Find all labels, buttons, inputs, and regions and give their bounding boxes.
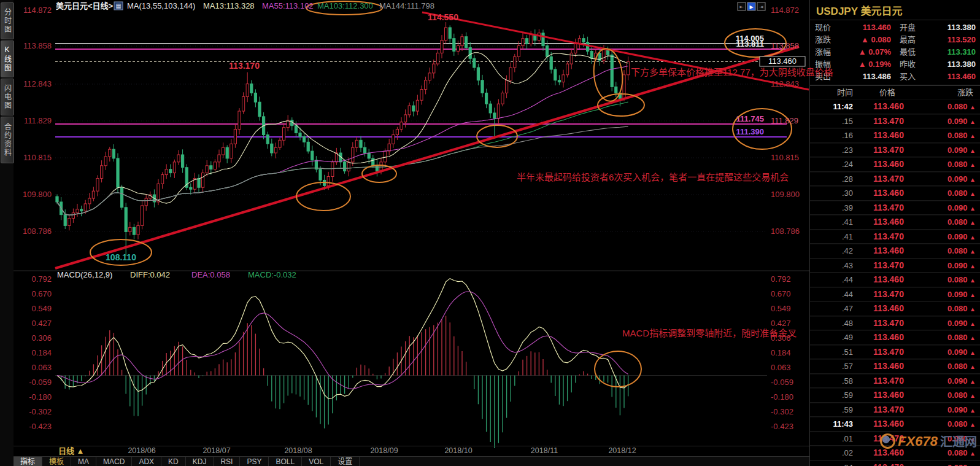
red-annotation-1: 下方多单保本价格推至112.77，为大阴线收盘价格 [631, 65, 833, 78]
trading-app: 114.005113.811111.745111.390MACD(26,12,9… [0, 0, 980, 466]
toolbar-item-BOLL[interactable]: BOLL [269, 457, 302, 466]
svg-text:-0.302: -0.302 [771, 407, 793, 416]
tick-row: .59113.4700.090 ▲ [810, 403, 980, 417]
toolbar-item-VOL[interactable]: VOL [302, 457, 331, 466]
svg-text:113.858: 113.858 [23, 41, 52, 50]
toolbar-item-MACD[interactable]: MACD [96, 457, 132, 466]
svg-text:⇥: ⇥ [759, 4, 763, 10]
svg-text:美元日元<日线>: 美元日元<日线> [56, 1, 114, 10]
quote-stat-row: 振幅▲ 0.19%昨收113.380 [810, 58, 980, 71]
support-resistance-lines: 114.005113.811111.745111.390 [55, 34, 787, 137]
svg-text:-0.423: -0.423 [29, 422, 52, 431]
svg-text:MA55:113.102: MA55:113.102 [262, 1, 314, 10]
tick-row: .24113.4600.080 ▲ [810, 157, 980, 172]
svg-text:113.858: 113.858 [771, 41, 799, 50]
ticks-col-price: 价格 [853, 86, 922, 99]
svg-text:▶: ▶ [749, 4, 754, 10]
quote-panel: USDJPY 美元日元 现价113.460开盘113.380涨跌▲ 0.080最… [809, 0, 980, 466]
tick-row: .15113.4700.090 ▲ [810, 114, 980, 129]
toolbar-item-模板[interactable]: 模板 [42, 457, 71, 466]
svg-text:108.110: 108.110 [106, 252, 136, 262]
sidebar-tab-1[interactable]: 分时图 [1, 2, 14, 39]
sidebar-tab-2[interactable]: K线图 [1, 41, 14, 77]
sidebar-tab-4[interactable]: 合约资料 [1, 117, 14, 163]
svg-text:0.306: 0.306 [31, 333, 52, 343]
left-sidebar: 分时图K线图闪电图合约资料 [0, 0, 14, 466]
toolbar-item-MA[interactable]: MA [71, 457, 96, 466]
tick-row: .16113.4600.080 ▲ [810, 128, 980, 143]
svg-text:114.872: 114.872 [771, 6, 799, 15]
svg-text:114.550: 114.550 [428, 12, 458, 22]
window-controls[interactable]: ⇤▶⇥ [738, 2, 765, 10]
toolbar-item-指标[interactable]: 指标 [14, 457, 42, 466]
svg-text:0.427: 0.427 [31, 319, 52, 328]
svg-text:MACD(26,12,9): MACD(26,12,9) [57, 270, 112, 279]
svg-text:2018/12: 2018/12 [608, 446, 636, 455]
toolbar-item-PSY[interactable]: PSY [240, 457, 269, 466]
tick-row: .58113.4700.090 ▲ [810, 374, 980, 389]
svg-text:0.063: 0.063 [771, 363, 791, 372]
svg-text:112.843: 112.843 [771, 79, 799, 88]
period-selector[interactable]: 日线 ▲ [58, 446, 84, 456]
svg-text:0.063: 0.063 [31, 363, 52, 372]
svg-text:DEA:0.058: DEA:0.058 [191, 270, 230, 279]
tick-row: .39113.4700.090 ▲ [810, 201, 980, 216]
svg-text:2018/10: 2018/10 [444, 446, 472, 455]
tick-row: .47113.4600.080 ▲ [810, 301, 980, 316]
quote-stat-row: 卖出113.486买入113.460 [810, 71, 980, 83]
svg-text:0.792: 0.792 [771, 274, 791, 284]
svg-text:113.170: 113.170 [229, 61, 260, 71]
trendlines [55, 12, 809, 268]
tick-row: .57113.4600.080 ▲ [810, 359, 980, 374]
svg-text:2018/11: 2018/11 [531, 446, 558, 455]
svg-text:-0.302: -0.302 [29, 407, 52, 416]
tick-row: .44113.4600.080 ▲ [810, 273, 980, 287]
svg-text:▦: ▦ [115, 2, 121, 9]
sidebar-tab-3[interactable]: 闪电图 [1, 79, 14, 115]
toolbar-item-ADX[interactable]: ADX [132, 457, 161, 466]
svg-text:⇤: ⇤ [739, 4, 744, 10]
tick-row: .51113.4700.090 ▲ [810, 345, 980, 360]
svg-text:110.815: 110.815 [771, 153, 799, 162]
svg-text:MACD:-0.032: MACD:-0.032 [248, 270, 296, 279]
svg-text:0.670: 0.670 [771, 289, 791, 298]
svg-text:109.800: 109.800 [23, 190, 52, 199]
tick-row: .44113.4700.090 ▲ [810, 287, 980, 302]
ticks-col-change: 涨跌 [922, 86, 977, 99]
symbol-code: USDJPY [816, 6, 858, 17]
watermark-brand: FX678 [898, 433, 938, 449]
quote-stat-row: 涨幅▲ 0.07%最低113.310 [810, 46, 980, 58]
tick-row: .23113.4700.090 ▲ [810, 143, 980, 158]
svg-text:MA103:112.300: MA103:112.300 [317, 1, 373, 10]
watermark: FX678 汇通网 [880, 432, 977, 450]
macd-panel: MACD(26,12,9)DIFF:0.042DEA:0.058MACD:-0.… [14, 270, 809, 448]
svg-text:111.829: 111.829 [24, 116, 52, 125]
tick-row: .42113.4600.080 ▲ [810, 244, 980, 258]
svg-text:MA13:113.328: MA13:113.328 [203, 1, 255, 10]
toolbar-item-设置[interactable]: 设置 [331, 457, 360, 466]
svg-text:0.184: 0.184 [31, 348, 52, 357]
svg-text:-0.059: -0.059 [29, 378, 52, 387]
svg-text:DIFF:0.042: DIFF:0.042 [130, 270, 170, 279]
tick-row: .30113.4600.080 ▲ [810, 186, 980, 201]
svg-text:MA(13,55,103,144): MA(13,55,103,144) [127, 1, 195, 10]
svg-text:0.549: 0.549 [31, 304, 52, 313]
svg-text:-0.423: -0.423 [771, 422, 793, 431]
tick-row: .49113.4600.080 ▲ [810, 330, 980, 345]
toolbar-item-KD[interactable]: KD [161, 457, 186, 466]
symbol-name: 美元日元 [860, 6, 902, 17]
tick-row: .41113.4600.080 ▲ [810, 215, 980, 230]
svg-text:2018/06: 2018/06 [128, 446, 155, 455]
svg-text:108.786: 108.786 [23, 227, 52, 236]
red-annotation-3: MACD指标调整到零轴附近，随时准备金叉 [622, 326, 797, 339]
quote-stat-row: 涨跌▲ 0.080最高113.520 [810, 34, 980, 46]
svg-text:2018/08: 2018/08 [284, 446, 312, 455]
ticks-list[interactable]: 11:42113.4600.080 ▲.15113.4700.090 ▲.161… [810, 99, 980, 466]
svg-text:2018/07: 2018/07 [203, 446, 230, 455]
red-annotation-2: 半年来最起码给投资者6次买入机会，笔者一直在提醒这些交易机会 [517, 170, 789, 183]
svg-text:111.390: 111.390 [736, 127, 764, 136]
toolbar-item-RSI[interactable]: RSI [214, 457, 240, 466]
ticks-col-time: 时间 [814, 86, 853, 99]
toolbar-item-KDJ[interactable]: KDJ [186, 457, 214, 466]
tick-row: .48113.4700.090 ▲ [810, 316, 980, 331]
